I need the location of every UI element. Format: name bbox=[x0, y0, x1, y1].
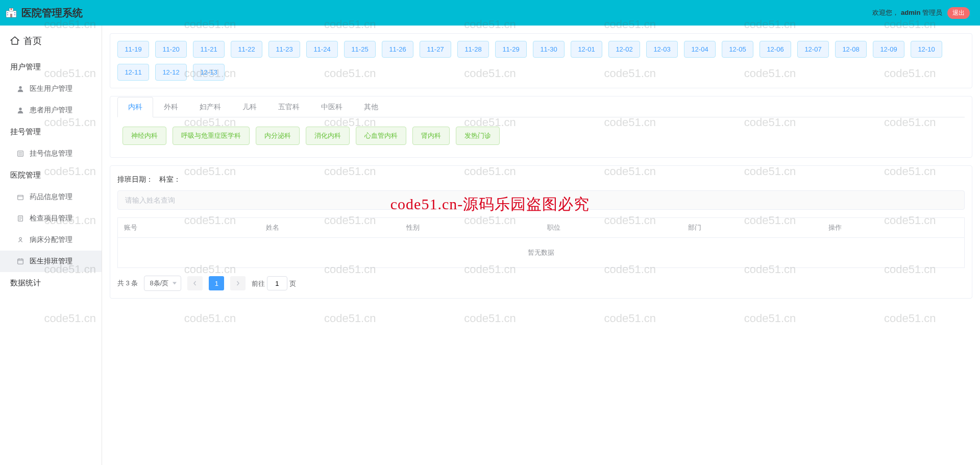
nav-section-header[interactable]: 挂号管理 bbox=[0, 121, 102, 143]
nav-item-label: 医生用户管理 bbox=[30, 84, 72, 93]
app-header: 医院管理系统 欢迎您， admin 管理员 退出 bbox=[0, 0, 980, 26]
date-button-12-05[interactable]: 12-05 bbox=[722, 41, 753, 58]
nav-section-header[interactable]: 数据统计 bbox=[0, 272, 102, 294]
date-button-11-22[interactable]: 11-22 bbox=[231, 41, 262, 58]
date-button-12-12[interactable]: 12-12 bbox=[155, 64, 187, 81]
nav-item-doctor-user[interactable]: 医生用户管理 bbox=[0, 78, 102, 100]
subdept-button-6[interactable]: 发热门诊 bbox=[456, 127, 500, 145]
table-col-header: 部门 bbox=[682, 218, 823, 238]
date-picker-card: 11-1911-2011-2111-2211-2311-2411-2511-26… bbox=[110, 33, 972, 88]
table-col-header: 性别 bbox=[400, 218, 541, 238]
svg-rect-8 bbox=[10, 14, 12, 17]
nav-section-header[interactable]: 用户管理 bbox=[0, 56, 102, 78]
nav-item-label: 病床分配管理 bbox=[30, 235, 72, 244]
chevron-left-icon bbox=[192, 281, 198, 286]
hospital-logo-icon bbox=[5, 8, 17, 18]
subdept-button-2[interactable]: 内分泌科 bbox=[256, 127, 300, 145]
dept-tab-3[interactable]: 儿科 bbox=[232, 97, 267, 117]
svg-point-10 bbox=[19, 108, 21, 110]
date-button-11-27[interactable]: 11-27 bbox=[420, 41, 451, 58]
goto-label: 前往 页 bbox=[252, 276, 296, 290]
chevron-right-icon bbox=[235, 281, 240, 286]
dept-tabs: 内科外科妇产科儿科五官科中医科其他 bbox=[117, 96, 965, 117]
box-icon bbox=[16, 193, 24, 201]
date-button-12-13[interactable]: 12-13 bbox=[193, 64, 225, 81]
svg-rect-3 bbox=[11, 9, 12, 10]
nav-home[interactable]: 首页 bbox=[0, 26, 102, 56]
date-button-12-04[interactable]: 12-04 bbox=[684, 41, 716, 58]
dept-tab-0[interactable]: 内科 bbox=[117, 97, 153, 117]
nav-section-header[interactable]: 医院管理 bbox=[0, 164, 102, 186]
search-input[interactable] bbox=[117, 190, 965, 210]
nav-item-label: 患者用户管理 bbox=[30, 106, 72, 115]
pagination: 共 3 条 8条/页 1 前往 页 bbox=[117, 268, 965, 291]
date-button-11-24[interactable]: 11-24 bbox=[306, 41, 338, 58]
date-button-12-03[interactable]: 12-03 bbox=[646, 41, 678, 58]
svg-rect-7 bbox=[14, 14, 15, 15]
nav-item-label: 医生排班管理 bbox=[30, 257, 72, 266]
nav-item-drug-info[interactable]: 药品信息管理 bbox=[0, 186, 102, 208]
date-button-12-11[interactable]: 12-11 bbox=[117, 64, 149, 81]
table-col-header: 操作 bbox=[822, 218, 964, 238]
dept-tab-4[interactable]: 五官科 bbox=[267, 97, 310, 117]
date-button-12-08[interactable]: 12-08 bbox=[835, 41, 867, 58]
svg-point-21 bbox=[19, 237, 21, 239]
date-button-11-28[interactable]: 11-28 bbox=[457, 41, 489, 58]
svg-rect-6 bbox=[14, 12, 15, 13]
welcome-text: 欢迎您， admin 管理员 bbox=[872, 8, 942, 17]
svg-point-9 bbox=[19, 86, 21, 89]
table-col-header: 职位 bbox=[541, 218, 682, 238]
date-button-12-02[interactable]: 12-02 bbox=[608, 41, 640, 58]
date-button-12-09[interactable]: 12-09 bbox=[873, 41, 904, 58]
logout-button[interactable]: 退出 bbox=[947, 7, 970, 19]
date-button-12-06[interactable]: 12-06 bbox=[760, 41, 791, 58]
date-button-11-30[interactable]: 11-30 bbox=[533, 41, 565, 58]
nav-item-register-info[interactable]: 挂号信息管理 bbox=[0, 143, 102, 164]
goto-page-input[interactable] bbox=[267, 276, 287, 290]
subdept-button-0[interactable]: 神经内科 bbox=[122, 127, 166, 145]
date-button-12-07[interactable]: 12-07 bbox=[797, 41, 829, 58]
date-button-11-26[interactable]: 11-26 bbox=[382, 41, 413, 58]
subdept-row: 神经内科呼吸与危重症医学科内分泌科消化内科心血管内科肾内科发热门诊 bbox=[117, 117, 965, 150]
header-left: 医院管理系统 bbox=[5, 6, 83, 20]
date-button-11-19[interactable]: 11-19 bbox=[117, 41, 149, 58]
schedule-card: 排班日期： 科室： 账号姓名性别职位部门操作 暂无数据 共 3 条 8条/页 1 bbox=[110, 165, 972, 299]
sidebar: 首页 用户管理医生用户管理患者用户管理挂号管理挂号信息管理医院管理药品信息管理检… bbox=[0, 26, 102, 465]
home-icon bbox=[10, 36, 19, 45]
nav-item-check-item[interactable]: 检查项目管理 bbox=[0, 208, 102, 229]
list-icon bbox=[16, 150, 24, 158]
nav-item-doctor-schedule[interactable]: 医生排班管理 bbox=[0, 251, 102, 272]
svg-rect-22 bbox=[18, 259, 23, 264]
subdept-button-5[interactable]: 肾内科 bbox=[412, 127, 450, 145]
dept-tab-2[interactable]: 妇产科 bbox=[189, 97, 232, 117]
table-col-header: 账号 bbox=[118, 218, 260, 238]
calendar-icon bbox=[16, 257, 24, 265]
date-button-11-23[interactable]: 11-23 bbox=[268, 41, 300, 58]
nav-item-label: 药品信息管理 bbox=[30, 192, 72, 202]
bed-icon bbox=[16, 236, 24, 244]
date-button-12-10[interactable]: 12-10 bbox=[911, 41, 942, 58]
subdept-button-3[interactable]: 消化内科 bbox=[306, 127, 350, 145]
page-prev-button[interactable] bbox=[187, 276, 203, 290]
nav-item-bed-alloc[interactable]: 病床分配管理 bbox=[0, 229, 102, 251]
nav-item-patient-user[interactable]: 患者用户管理 bbox=[0, 100, 102, 121]
dept-tab-6[interactable]: 其他 bbox=[353, 97, 389, 117]
page-size-select[interactable]: 8条/页 bbox=[144, 276, 181, 291]
subdept-button-4[interactable]: 心血管内科 bbox=[356, 127, 406, 145]
date-button-12-01[interactable]: 12-01 bbox=[571, 41, 602, 58]
filter-labels: 排班日期： 科室： bbox=[117, 173, 965, 190]
dept-tab-1[interactable]: 外科 bbox=[153, 97, 189, 117]
date-button-11-20[interactable]: 11-20 bbox=[155, 41, 187, 58]
svg-rect-15 bbox=[18, 195, 23, 200]
doc-icon bbox=[16, 214, 24, 223]
date-button-11-29[interactable]: 11-29 bbox=[495, 41, 527, 58]
page-next-button[interactable] bbox=[230, 276, 246, 290]
date-button-11-21[interactable]: 11-21 bbox=[193, 41, 225, 58]
table-empty: 暂无数据 bbox=[118, 238, 965, 268]
dept-tab-5[interactable]: 中医科 bbox=[310, 97, 353, 117]
page-1-button[interactable]: 1 bbox=[209, 276, 224, 290]
date-grid: 11-1911-2011-2111-2211-2311-2411-2511-26… bbox=[117, 41, 965, 81]
subdept-button-1[interactable]: 呼吸与危重症医学科 bbox=[173, 127, 250, 145]
date-button-11-25[interactable]: 11-25 bbox=[344, 41, 376, 58]
nav-item-label: 挂号信息管理 bbox=[30, 149, 72, 158]
